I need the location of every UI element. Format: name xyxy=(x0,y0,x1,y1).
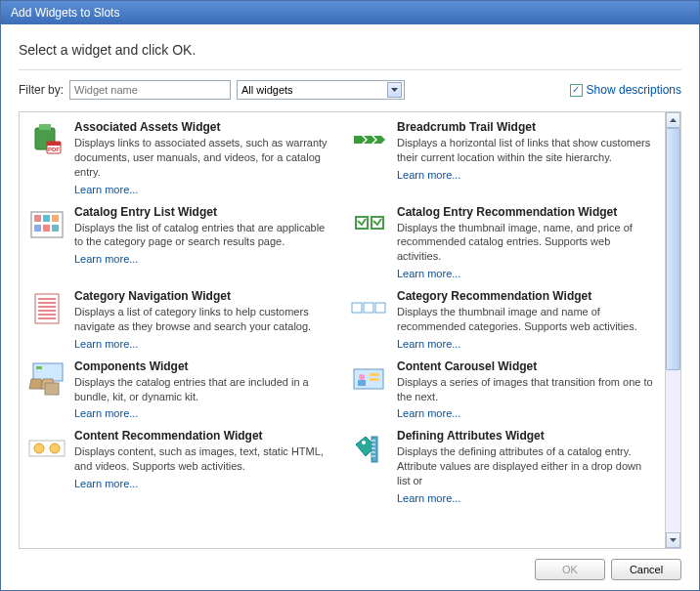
svg-text:PDF: PDF xyxy=(48,147,60,152)
ok-button[interactable]: OK xyxy=(535,559,605,580)
learn-more-link[interactable]: Learn more... xyxy=(74,338,334,350)
learn-more-link[interactable]: Learn more... xyxy=(74,253,334,265)
two-boxes-icon xyxy=(350,205,389,244)
widget-text: Catalog Entry Recommendation WidgetDispl… xyxy=(397,205,657,280)
filter-select[interactable]: All widgets xyxy=(237,80,405,100)
widget-item[interactable]: Category Navigation WidgetDisplays a lis… xyxy=(23,287,338,352)
checkbox-icon: ✓ xyxy=(570,84,583,97)
user-slides-icon xyxy=(350,359,389,399)
widget-item[interactable]: Components WidgetDisplays the catalog en… xyxy=(23,358,338,422)
three-boxes-h-icon xyxy=(350,289,389,328)
widget-item[interactable]: Catalog Entry Recommendation WidgetDispl… xyxy=(346,203,661,282)
two-circles-icon xyxy=(27,429,66,468)
dropdown-arrow-icon xyxy=(387,82,402,98)
widget-description: Displays links to associated assets, suc… xyxy=(74,136,334,180)
boxes-3d-icon xyxy=(27,359,66,399)
learn-more-link[interactable]: Learn more... xyxy=(397,407,657,419)
svg-rect-10 xyxy=(43,225,50,232)
widget-title: Components Widget xyxy=(74,359,334,373)
svg-point-33 xyxy=(34,443,44,453)
widget-description: Displays the defining attributes of a ca… xyxy=(397,444,657,488)
learn-more-link[interactable]: Learn more... xyxy=(397,492,657,504)
show-descriptions-label: Show descriptions xyxy=(587,83,681,97)
widget-description: Displays a list of category links to hel… xyxy=(74,305,334,334)
svg-rect-18 xyxy=(38,310,56,312)
filter-select-value: All widgets xyxy=(241,84,293,96)
svg-rect-24 xyxy=(33,363,63,381)
widget-text: Catalog Entry List WidgetDisplays the li… xyxy=(74,205,334,280)
dialog-window: Add Widgets to Slots Select a widget and… xyxy=(0,0,700,591)
svg-rect-11 xyxy=(52,225,59,232)
svg-rect-21 xyxy=(352,303,362,313)
divider xyxy=(19,69,681,70)
svg-rect-19 xyxy=(38,314,56,316)
svg-rect-3 xyxy=(47,142,61,146)
svg-rect-31 xyxy=(370,378,379,381)
svg-rect-15 xyxy=(38,298,56,300)
scrollbar[interactable] xyxy=(665,112,680,548)
widget-item[interactable]: Content Carousel WidgetDisplays a series… xyxy=(346,358,661,422)
widget-description: Displays the thumbnail image and name of… xyxy=(397,305,657,334)
widget-item[interactable]: PDFAssociated Assets WidgetDisplays link… xyxy=(23,118,338,197)
widget-text: Category Navigation WidgetDisplays a lis… xyxy=(74,289,334,350)
learn-more-link[interactable]: Learn more... xyxy=(397,169,657,181)
svg-rect-8 xyxy=(52,215,59,222)
dialog-title: Add Widgets to Slots xyxy=(11,6,119,20)
tag-ruler-icon xyxy=(350,429,389,468)
cancel-button[interactable]: Cancel xyxy=(611,559,681,580)
widget-item[interactable]: Content Recommendation WidgetDisplays co… xyxy=(23,427,338,506)
widget-text: Components WidgetDisplays the catalog en… xyxy=(74,359,334,420)
dialog-content: Select a widget and click OK. Filter by:… xyxy=(1,24,699,590)
learn-more-link[interactable]: Learn more... xyxy=(74,478,334,489)
bag-pdf-icon: PDF xyxy=(27,120,66,159)
scroll-track[interactable] xyxy=(666,128,680,532)
svg-rect-26 xyxy=(45,383,59,395)
grid-boxes-icon xyxy=(27,205,66,244)
widget-text: Breadcrumb Trail WidgetDisplays a horizo… xyxy=(397,120,657,195)
widget-title: Defining Attributes Widget xyxy=(397,429,657,443)
widget-area: PDFAssociated Assets WidgetDisplays link… xyxy=(19,111,681,549)
learn-more-link[interactable]: Learn more... xyxy=(397,268,657,279)
widget-description: Displays the catalog entries that are in… xyxy=(74,375,334,404)
svg-point-34 xyxy=(50,443,60,453)
widget-description: Displays the thumbnail image, name, and … xyxy=(397,221,657,265)
show-descriptions-toggle[interactable]: ✓ Show descriptions xyxy=(570,83,681,97)
scroll-up-button[interactable] xyxy=(666,112,680,128)
widget-title: Associated Assets Widget xyxy=(74,120,334,134)
widget-text: Content Carousel WidgetDisplays a series… xyxy=(397,359,657,420)
dialog-titlebar: Add Widgets to Slots xyxy=(1,1,699,24)
svg-rect-23 xyxy=(375,303,385,313)
arrows-icon xyxy=(350,120,389,159)
learn-more-link[interactable]: Learn more... xyxy=(74,407,334,419)
widget-item[interactable]: Defining Attributes WidgetDisplays the d… xyxy=(346,427,661,506)
widget-item[interactable]: Breadcrumb Trail WidgetDisplays a horizo… xyxy=(346,118,661,197)
widget-description: Displays a horizontal list of links that… xyxy=(397,136,657,165)
svg-rect-22 xyxy=(364,303,373,313)
filter-input[interactable] xyxy=(69,80,231,100)
widget-item[interactable]: Category Recommendation WidgetDisplays t… xyxy=(346,287,661,352)
widget-title: Category Navigation Widget xyxy=(74,289,334,303)
instruction-text: Select a widget and click OK. xyxy=(19,42,681,58)
widget-text: Associated Assets WidgetDisplays links t… xyxy=(74,120,334,195)
widget-title: Catalog Entry Recommendation Widget xyxy=(397,205,657,219)
widget-title: Breadcrumb Trail Widget xyxy=(397,120,657,134)
svg-rect-30 xyxy=(370,373,379,376)
learn-more-link[interactable]: Learn more... xyxy=(74,184,334,195)
svg-rect-6 xyxy=(34,215,41,222)
learn-more-link[interactable]: Learn more... xyxy=(397,338,657,350)
svg-rect-12 xyxy=(356,217,368,229)
filter-row: Filter by: All widgets ✓ Show descriptio… xyxy=(19,80,681,100)
svg-rect-1 xyxy=(39,124,51,130)
widget-description: Displays content, such as images, text, … xyxy=(74,444,334,474)
widget-title: Content Recommendation Widget xyxy=(74,429,334,443)
svg-rect-17 xyxy=(38,306,56,308)
widget-text: Content Recommendation WidgetDisplays co… xyxy=(74,429,334,504)
scroll-down-button[interactable] xyxy=(666,532,680,548)
svg-point-35 xyxy=(362,441,366,444)
svg-rect-25 xyxy=(36,366,42,369)
widget-title: Catalog Entry List Widget xyxy=(74,205,334,219)
widget-item[interactable]: Catalog Entry List WidgetDisplays the li… xyxy=(23,203,338,282)
svg-rect-7 xyxy=(43,215,50,222)
widget-title: Content Carousel Widget xyxy=(397,359,657,373)
scroll-thumb[interactable] xyxy=(666,128,680,370)
